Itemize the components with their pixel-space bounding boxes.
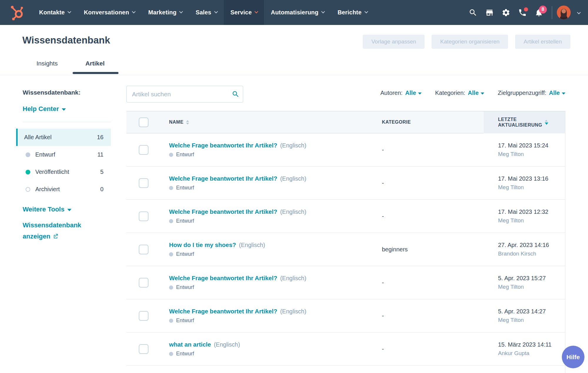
article-language: (Englisch)	[280, 275, 306, 282]
article-updated-date: 17. Mai 2023 13:16	[498, 175, 565, 182]
row-checkbox[interactable]	[139, 278, 148, 288]
article-language: (Englisch)	[280, 175, 306, 182]
article-category: -	[382, 213, 384, 219]
notification-count-badge: 8	[539, 6, 547, 14]
nav-item[interactable]: Berichte	[331, 0, 374, 25]
article-status: Entwurf	[176, 251, 194, 257]
calls-icon[interactable]	[518, 8, 527, 17]
article-title-link[interactable]: Welche Frage beantwortet Ihr Artikel?	[169, 175, 277, 182]
nav-item[interactable]: Sales	[189, 0, 223, 25]
article-title-link[interactable]: Welche Frage beantwortet Ihr Artikel?	[169, 208, 277, 215]
filter-dropdown[interactable]: Autoren: Alle	[380, 90, 422, 96]
article-title-link[interactable]: How do I tie my shoes?	[169, 241, 236, 248]
chevron-down-icon	[62, 108, 66, 111]
nav-item[interactable]: Konversationen	[77, 0, 141, 25]
sort-icons	[186, 120, 189, 125]
search-input[interactable]	[127, 91, 228, 98]
article-status: Entwurf	[176, 351, 194, 357]
sidebar-filter-count: 11	[97, 151, 103, 158]
column-header-name[interactable]: NAME	[169, 120, 382, 125]
settings-icon[interactable]	[502, 8, 510, 17]
nav-item[interactable]: Marketing	[141, 0, 189, 25]
help-button[interactable]: Hilfe	[562, 346, 584, 368]
article-updated-date: 15. März 2023 14:11	[498, 341, 565, 348]
tabs: Insights Artikel	[36, 60, 132, 67]
sidebar-filter-count: 5	[100, 169, 103, 175]
search-icon[interactable]	[228, 90, 243, 98]
table-row: How do I tie my shoes? (Englisch) Entwur…	[126, 233, 565, 266]
row-checkbox[interactable]	[139, 344, 148, 354]
more-tools-link[interactable]: Weitere Tools	[23, 206, 71, 213]
header-action-button[interactable]: Artikel erstellen	[515, 35, 570, 49]
sidebar-filter-label: Veröffentlicht	[35, 169, 69, 175]
header-action-label: Vorlage anpassen	[371, 38, 416, 45]
knowledge-base-selector[interactable]: Help Center	[23, 105, 66, 113]
chevron-down-icon	[562, 93, 565, 95]
draft-status-dot-icon	[169, 352, 173, 356]
row-checkbox[interactable]	[139, 145, 148, 155]
draft-status-dot-icon	[169, 285, 173, 290]
header-action-button[interactable]: Kategorien organisieren	[432, 35, 508, 49]
articles-table: NAME KATEGORIE LETZTE AKTUALISIERUNG	[126, 111, 565, 373]
account-chevron-down-icon[interactable]	[574, 10, 580, 15]
article-category: -	[382, 346, 384, 352]
tab[interactable]: Insights	[36, 60, 58, 67]
column-header-updated[interactable]: LETZTE AKTUALISIERUNG	[498, 117, 548, 128]
article-title-link[interactable]: Welche Frage beantwortet Ihr Artikel?	[169, 142, 277, 149]
nav-item-label: Kontakte	[39, 9, 65, 16]
row-checkbox[interactable]	[139, 211, 148, 221]
draft-status-dot-icon	[169, 186, 173, 190]
chevron-down-icon	[481, 93, 484, 95]
nav-item[interactable]: Kontakte	[32, 0, 77, 25]
article-language: (Englisch)	[214, 341, 240, 348]
search-icon[interactable]	[469, 8, 477, 17]
chevron-down-icon	[132, 10, 136, 14]
tab[interactable]: Artikel	[85, 60, 105, 67]
filter-bar: Autoren: Alle Kategorien: Alle Zielgrupp…	[380, 90, 565, 96]
avatar[interactable]	[557, 6, 571, 19]
article-title-link[interactable]: Welche Frage beantwortet Ihr Artikel?	[169, 275, 277, 282]
article-author: Meg Tilton	[498, 151, 565, 157]
sort-icons	[545, 120, 548, 125]
article-updated-date: 17. Mai 2023 12:32	[498, 209, 565, 215]
sidebar-filter-item[interactable]: Entwurf 11	[16, 146, 111, 163]
chevron-down-icon	[255, 10, 258, 14]
table-row: Welche Frage beantwortet Ihr Artikel? (E…	[126, 299, 565, 332]
nav-menu: Kontakte Konversationen Marketing Sales …	[32, 0, 374, 25]
filter-dropdown[interactable]: Zielgruppenzugriff: Alle	[498, 90, 565, 96]
header-action-button[interactable]: Vorlage anpassen	[363, 35, 425, 49]
table-row: Welche Frage beantwortet Ihr Artikel? (E…	[126, 133, 565, 167]
sidebar-section-label: Wissensdatenbank:	[23, 89, 81, 96]
notifications-icon[interactable]: 8	[534, 8, 543, 17]
nav-item[interactable]: Automatisierung	[264, 0, 331, 25]
partial-next-row	[126, 366, 565, 373]
article-status: Entwurf	[176, 284, 194, 290]
tab-label: Artikel	[85, 60, 104, 67]
sidebar-filter-item[interactable]: Veröffentlicht 5	[16, 163, 111, 181]
select-all-checkbox[interactable]	[139, 117, 148, 127]
active-tab-underline	[73, 72, 118, 74]
nav-item[interactable]: Service	[224, 0, 264, 25]
row-checkbox[interactable]	[139, 178, 148, 188]
status-dot-icon	[26, 170, 30, 174]
table-header: NAME KATEGORIE LETZTE AKTUALISIERUNG	[126, 111, 565, 133]
article-title-link[interactable]: Welche Frage beantwortet Ihr Artikel?	[169, 308, 277, 315]
article-author: Meg Tilton	[498, 217, 565, 224]
marketplace-icon[interactable]	[485, 8, 494, 17]
article-updated-date: 5. Apr. 2023 15:27	[498, 275, 565, 282]
sidebar-filter-item[interactable]: Archiviert 0	[16, 181, 111, 198]
more-tools-label: Weitere Tools	[23, 206, 64, 213]
row-checkbox[interactable]	[139, 311, 148, 321]
hubspot-logo-icon[interactable]	[9, 4, 25, 21]
nav-item-label: Berichte	[338, 9, 362, 16]
chevron-down-icon	[67, 209, 71, 211]
filter-dropdown[interactable]: Kategorien: Alle	[435, 90, 484, 96]
article-title-link[interactable]: what an article	[169, 341, 211, 348]
row-checkbox[interactable]	[139, 245, 148, 254]
article-category: -	[382, 279, 384, 286]
sidebar-filter-item[interactable]: Alle Artikel 16	[16, 129, 111, 146]
nav-item-label: Service	[230, 9, 252, 16]
view-knowledge-base-link[interactable]: Wissensdatenbank anzeigen	[23, 220, 93, 242]
article-category: -	[382, 180, 384, 186]
column-header-category[interactable]: KATEGORIE	[382, 120, 484, 125]
